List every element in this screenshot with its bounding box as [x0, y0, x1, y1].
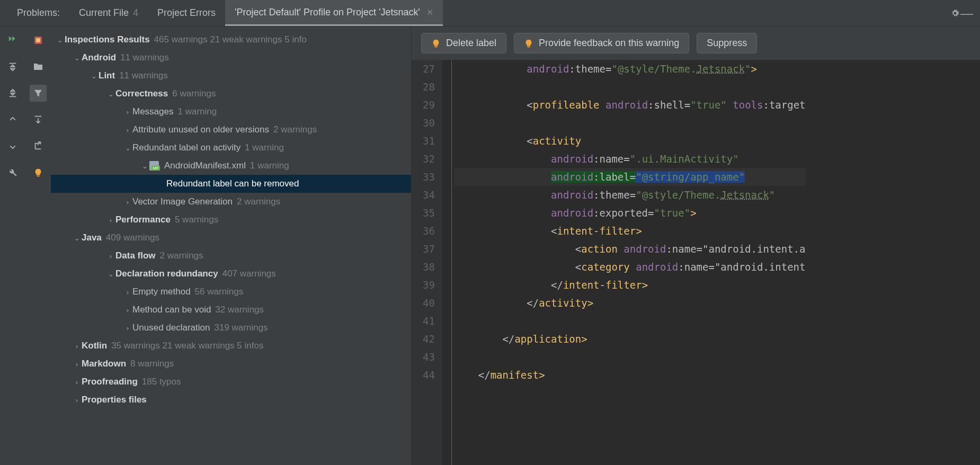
- code-line[interactable]: android:name=".ui.MainActivity": [454, 150, 806, 168]
- code-line[interactable]: android:theme="@style/Theme.Jetsnack">: [454, 60, 806, 78]
- tree-empty-method[interactable]: › Empty method 56 warnings: [51, 283, 411, 301]
- tree-method-void[interactable]: › Method can be void 32 warnings: [51, 301, 411, 319]
- problems-label: Problems:: [7, 0, 69, 26]
- code-line[interactable]: android:theme="@style/Theme.Jetsnack": [454, 186, 806, 204]
- code-line[interactable]: </application>: [454, 330, 806, 348]
- tab-project-profile[interactable]: 'Project Default' Profile on Project 'Je…: [225, 0, 443, 26]
- inspection-tree: ⌄ Inspections Results 465 warnings 21 we…: [51, 26, 411, 465]
- tab-project-errors[interactable]: Project Errors: [148, 0, 225, 26]
- code-line[interactable]: <activity: [454, 132, 806, 150]
- bulb-icon[interactable]: [30, 164, 47, 181]
- code-line[interactable]: android:exported="true">: [454, 204, 806, 222]
- tree-vector[interactable]: › Vector Image Generation 2 warnings: [51, 193, 411, 211]
- filter-icon[interactable]: [30, 85, 47, 102]
- problems-tabbar: Problems: Current File 4 Project Errors …: [0, 0, 980, 26]
- code-line[interactable]: [454, 348, 806, 366]
- code-line[interactable]: <profileable android:shell="true" tools:…: [454, 96, 806, 114]
- export-icon[interactable]: [30, 138, 47, 155]
- feedback-button[interactable]: Provide feedback on this warning: [514, 33, 689, 53]
- tree-lint[interactable]: ⌄ Lint 11 warnings: [51, 67, 411, 85]
- toolbar-left-1: [0, 26, 25, 465]
- close-icon[interactable]: ✕: [426, 7, 433, 17]
- prev-icon[interactable]: [4, 111, 21, 128]
- delete-label-button[interactable]: Delete label: [421, 33, 506, 53]
- code-line[interactable]: [454, 78, 806, 96]
- wrench-icon[interactable]: [4, 164, 21, 181]
- svg-text:MF: MF: [153, 166, 159, 171]
- suppress-button[interactable]: Suppress: [697, 33, 757, 53]
- code-line[interactable]: android:label="@string/app_name": [454, 168, 806, 186]
- tab-current-file[interactable]: Current File 4: [69, 0, 148, 26]
- minimize-icon[interactable]: —: [961, 7, 973, 19]
- tree-messages[interactable]: › Messages 1 warning: [51, 103, 411, 121]
- expand-down-icon[interactable]: [30, 111, 47, 128]
- tree-redundant-label[interactable]: ⌄ Redundant label on activity 1 warning: [51, 139, 411, 157]
- code-line[interactable]: </intent-filter>: [454, 276, 806, 294]
- bulb-icon: [524, 39, 533, 48]
- tree-performance[interactable]: › Performance 5 warnings: [51, 211, 411, 229]
- expand-all-icon[interactable]: [4, 58, 21, 75]
- code-line[interactable]: <category android:name="android.intent: [454, 258, 806, 276]
- tree-attr-unused[interactable]: › Attribute unused on older versions 2 w…: [51, 121, 411, 139]
- rerun-icon[interactable]: [4, 32, 21, 49]
- collapse-all-icon[interactable]: [4, 85, 21, 102]
- bulb-icon: [431, 39, 441, 48]
- tree-proofreading[interactable]: › Proofreading 185 typos: [51, 373, 411, 391]
- svg-rect-1: [36, 38, 40, 42]
- code-line[interactable]: <intent-filter>: [454, 222, 806, 240]
- tree-android[interactable]: ⌄ Android 11 warnings: [51, 49, 411, 67]
- toolbar-left-2: [25, 26, 51, 465]
- tree-dataflow[interactable]: › Data flow 2 warnings: [51, 247, 411, 265]
- tree-root[interactable]: ⌄ Inspections Results 465 warnings 21 we…: [51, 31, 411, 49]
- code-line[interactable]: <action android:name="android.intent.a: [454, 240, 806, 258]
- quickfix-actions: Delete label Provide feedback on this wa…: [412, 26, 980, 60]
- tree-decl-redundancy[interactable]: ⌄ Declaration redundancy 407 warnings: [51, 265, 411, 283]
- tree-java[interactable]: ⌄ Java 409 warnings: [51, 229, 411, 247]
- code-editor[interactable]: 272829303132333435363738394041424344 and…: [412, 60, 980, 465]
- preview-panel: Delete label Provide feedback on this wa…: [411, 26, 980, 465]
- tree-manifest-file[interactable]: ⌄ MF AndroidManifest.xml 1 warning: [51, 157, 411, 175]
- tree-correctness[interactable]: ⌄ Correctness 6 warnings: [51, 85, 411, 103]
- tree-redundant-leaf[interactable]: Redundant label can be removed: [51, 175, 411, 193]
- tree-properties[interactable]: › Properties files: [51, 391, 411, 409]
- tree-unused-decl[interactable]: › Unused declaration 319 warnings: [51, 319, 411, 337]
- tree-kotlin[interactable]: › Kotlin 35 warnings 21 weak warnings 5 …: [51, 337, 411, 355]
- gear-icon[interactable]: [949, 7, 961, 19]
- code-line[interactable]: </manifest>: [454, 366, 806, 384]
- breakpoint-icon[interactable]: [30, 32, 47, 49]
- code-line[interactable]: </activity>: [454, 294, 806, 312]
- folder-icon[interactable]: [30, 58, 47, 75]
- code-line[interactable]: [454, 312, 806, 330]
- next-icon[interactable]: [4, 138, 21, 155]
- code-line[interactable]: [454, 114, 806, 132]
- tree-markdown[interactable]: › Markdown 8 warnings: [51, 355, 411, 373]
- manifest-file-icon: MF: [149, 161, 161, 171]
- line-gutter: 272829303132333435363738394041424344: [412, 60, 442, 465]
